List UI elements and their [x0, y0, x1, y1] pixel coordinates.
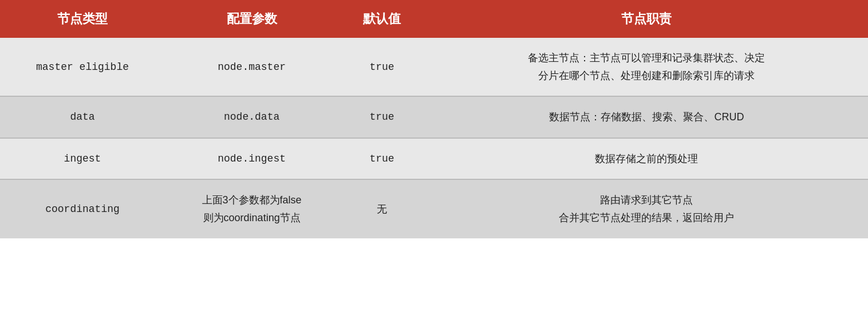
table-row: data node.data true 数据节点：存储数据、搜索、聚合、CRUD — [0, 97, 868, 139]
row4-param-line2: 则为coordinating节点 — [203, 212, 301, 223]
row3-type: ingest — [0, 139, 165, 180]
row4-desc-line2: 合并其它节点处理的结果，返回给用户 — [559, 212, 734, 223]
row1-default: true — [338, 38, 425, 97]
row2-type: data — [0, 97, 165, 139]
row4-param-line1: 上面3个参数都为false — [202, 194, 302, 206]
header-col-type: 节点类型 — [0, 0, 165, 38]
row1-desc-line1: 备选主节点：主节点可以管理和记录集群状态、决定 — [528, 52, 765, 64]
row3-param: node.ingest — [165, 139, 338, 180]
row1-desc-line2: 分片在哪个节点、处理创建和删除索引库的请求 — [538, 70, 755, 81]
table-row: master eligible node.master true 备选主节点：主… — [0, 38, 868, 97]
row4-default: 无 — [338, 180, 425, 238]
row3-desc: 数据存储之前的预处理 — [425, 139, 868, 180]
header-col-desc: 节点职责 — [425, 0, 868, 38]
row4-desc-line1: 路由请求到其它节点 — [600, 194, 693, 206]
table-row: ingest node.ingest true 数据存储之前的预处理 — [0, 139, 868, 180]
row2-desc: 数据节点：存储数据、搜索、聚合、CRUD — [425, 97, 868, 139]
nodes-table: 节点类型 配置参数 默认值 节点职责 master eligible node.… — [0, 0, 868, 238]
row2-default: true — [338, 97, 425, 139]
row4-param: 上面3个参数都为false 则为coordinating节点 — [165, 180, 338, 238]
header-col-default: 默认值 — [338, 0, 425, 38]
main-table-container: 节点类型 配置参数 默认值 节点职责 master eligible node.… — [0, 0, 868, 238]
row2-param: node.data — [165, 97, 338, 139]
header-col-param: 配置参数 — [165, 0, 338, 38]
table-row: coordinating 上面3个参数都为false 则为coordinatin… — [0, 180, 868, 238]
row1-param: node.master — [165, 38, 338, 97]
row4-type: coordinating — [0, 180, 165, 238]
row3-desc-line1: 数据存储之前的预处理 — [595, 153, 698, 164]
row2-desc-line1: 数据节点：存储数据、搜索、聚合、CRUD — [549, 111, 744, 123]
header-row: 节点类型 配置参数 默认值 节点职责 — [0, 0, 868, 38]
row1-desc: 备选主节点：主节点可以管理和记录集群状态、决定 分片在哪个节点、处理创建和删除索… — [425, 38, 868, 97]
row4-desc: 路由请求到其它节点 合并其它节点处理的结果，返回给用户 — [425, 180, 868, 238]
row1-type: master eligible — [0, 38, 165, 97]
row3-default: true — [338, 139, 425, 180]
